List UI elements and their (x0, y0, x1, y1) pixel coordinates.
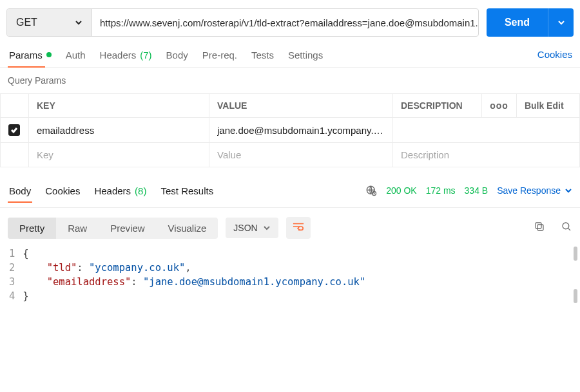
request-tabs: Params Auth Headers (7) Body Pre-req. Te… (0, 42, 580, 68)
view-mode-group: Pretty Raw Preview Visualize (8, 218, 218, 239)
network-icon[interactable] (365, 185, 377, 196)
chevron-down-icon (263, 224, 271, 232)
wrap-lines-button[interactable] (286, 217, 311, 239)
resp-tab-headers-count: (8) (135, 185, 146, 196)
check-icon (10, 126, 18, 134)
view-mode-raw[interactable]: Raw (56, 218, 99, 239)
code-area: { "tld": "ycompany.co.uk", "emailaddress… (23, 247, 365, 303)
svg-point-5 (563, 223, 569, 229)
scrollbar[interactable] (574, 289, 577, 303)
send-button-group: Send (487, 8, 574, 37)
row-checkbox-empty (1, 143, 29, 167)
tab-auth[interactable]: Auth (64, 43, 87, 66)
col-more-button[interactable]: ooo (482, 94, 517, 118)
status-time: 172 ms (426, 185, 456, 196)
svg-rect-3 (537, 225, 543, 230)
params-active-dot-icon (46, 52, 52, 57)
http-method-select[interactable]: GET (7, 9, 92, 36)
save-response-label: Save Response (497, 185, 561, 196)
status-code: 200 OK (386, 185, 416, 196)
param-key-cell[interactable]: emailaddress (29, 118, 209, 143)
save-response-button[interactable]: Save Response (497, 185, 572, 196)
col-value-header: VALUE (209, 94, 393, 118)
copy-button[interactable] (534, 221, 545, 235)
tab-tests[interactable]: Tests (250, 43, 275, 66)
resp-active-tab-underline (8, 201, 32, 203)
status-size: 334 B (465, 185, 488, 196)
scrollbar[interactable] (574, 247, 577, 261)
resp-tab-test-results[interactable]: Test Results (159, 179, 215, 202)
param-key: emailaddress (37, 125, 94, 136)
col-description-header: DESCRIPTION (393, 94, 482, 118)
url-input[interactable]: https://www.sevenj.com/rosterapi/v1/tld-… (92, 9, 478, 36)
tab-headers-label: Headers (100, 50, 137, 61)
table-row-placeholder: Key Value Description (1, 143, 580, 167)
section-title: Query Params (0, 68, 580, 93)
tab-headers-count: (7) (140, 50, 151, 61)
tab-headers[interactable]: Headers (7) (99, 43, 153, 66)
view-mode-visualize[interactable]: Visualize (157, 218, 218, 239)
http-method-label: GET (16, 17, 37, 28)
resp-tab-headers[interactable]: Headers (8) (93, 179, 148, 202)
resp-tab-body[interactable]: Body (8, 179, 32, 202)
active-tab-underline (8, 66, 45, 68)
svg-rect-4 (536, 223, 541, 229)
param-value-placeholder[interactable]: Value (209, 143, 393, 167)
svg-line-6 (568, 228, 570, 230)
table-row: emailaddress jane.doe@msubdomain1.ycompa… (1, 118, 580, 143)
format-select[interactable]: JSON (226, 218, 278, 238)
row-checkbox[interactable] (8, 124, 20, 136)
col-key-header: KEY (29, 94, 209, 118)
send-button[interactable]: Send (487, 8, 548, 37)
method-url-group: GET https://www.sevenj.com/rosterapi/v1/… (6, 8, 479, 37)
query-params-table: KEY VALUE DESCRIPTION ooo Bulk Edit emai… (0, 93, 580, 167)
chevron-down-icon (565, 187, 572, 194)
param-key-placeholder[interactable]: Key (29, 143, 209, 167)
format-select-label: JSON (233, 223, 257, 233)
param-description-cell[interactable] (393, 118, 580, 143)
param-value-cell[interactable]: jane.doe@msubdomain1.ycompany.co.… (209, 118, 393, 143)
tab-prereq[interactable]: Pre-req. (201, 43, 238, 66)
tab-body[interactable]: Body (165, 43, 189, 66)
response-tabs: Body Cookies Headers (8) Test Results 20… (0, 167, 580, 202)
line-gutter: 1234 (4, 247, 23, 303)
response-code-body[interactable]: 1234 { "tld": "ycompany.co.uk", "emailad… (0, 247, 580, 303)
view-mode-preview[interactable]: Preview (99, 218, 156, 239)
tab-settings[interactable]: Settings (287, 43, 324, 66)
tab-params-label: Params (9, 50, 43, 61)
resp-tab-headers-label: Headers (94, 185, 131, 196)
cookies-link[interactable]: Cookies (537, 49, 572, 60)
bulk-edit-button[interactable]: Bulk Edit (516, 94, 579, 118)
response-toolbar: Pretty Raw Preview Visualize JSON (0, 208, 580, 247)
chevron-down-icon (75, 19, 82, 26)
chevron-down-icon (557, 19, 565, 26)
param-description-placeholder[interactable]: Description (393, 143, 580, 167)
col-checkbox-header (1, 94, 29, 118)
search-button[interactable] (561, 221, 572, 235)
resp-tab-cookies[interactable]: Cookies (44, 179, 81, 202)
send-dropdown-button[interactable] (548, 8, 574, 37)
url-text: https://www.sevenj.com/rosterapi/v1/tld-… (100, 17, 478, 28)
view-mode-pretty[interactable]: Pretty (8, 218, 56, 239)
param-value: jane.doe@msubdomain1.ycompany.co.… (217, 125, 385, 136)
tab-params[interactable]: Params (8, 43, 53, 66)
